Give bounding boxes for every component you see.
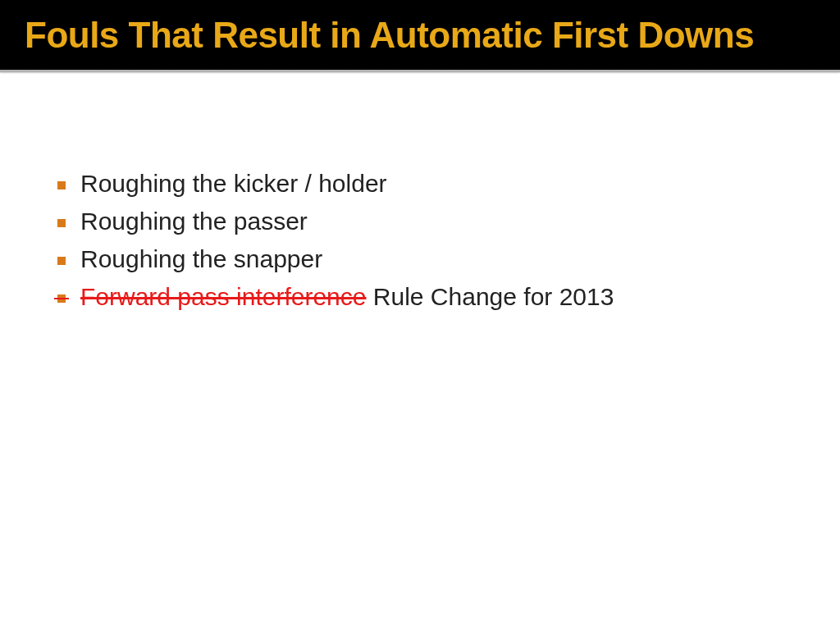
bullet-icon [57, 219, 66, 227]
list-item-text: Roughing the kicker / holder [80, 167, 387, 201]
list-item-text: Roughing the passer [80, 204, 308, 239]
struck-text: Forward pass interference [80, 283, 367, 310]
list-item: Roughing the passer [57, 204, 783, 239]
list-item: Roughing the snapper [57, 242, 783, 276]
list-item: Roughing the kicker / holder [57, 167, 783, 201]
list-item-changed: Forward pass interference Rule Change fo… [57, 280, 783, 314]
bullet-icon [57, 257, 66, 265]
slide-title: Fouls That Result in Automatic First Dow… [25, 15, 815, 57]
list-item-text-wrapper: Forward pass interference Rule Change fo… [80, 280, 614, 314]
suffix-text: Rule Change for 2013 [367, 283, 614, 310]
bullet-icon [57, 294, 66, 303]
bullet-icon [57, 181, 66, 189]
list-item-text: Roughing the snapper [80, 242, 322, 276]
title-bar: Fouls That Result in Automatic First Dow… [0, 0, 840, 70]
bullet-list: Roughing the kicker / holder Roughing th… [57, 167, 783, 314]
slide-body: Roughing the kicker / holder Roughing th… [0, 72, 840, 342]
